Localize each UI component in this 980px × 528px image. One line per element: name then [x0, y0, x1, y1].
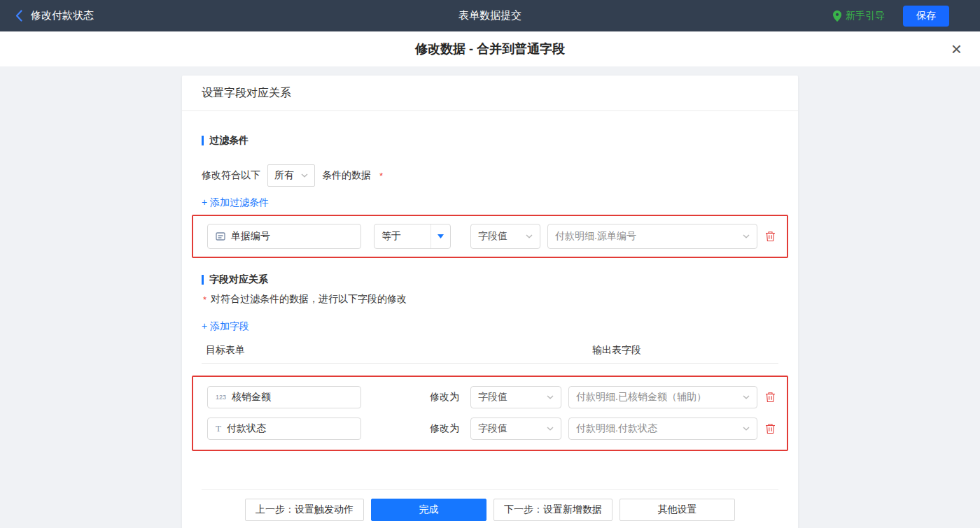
filter-field-label: 单据编号	[231, 230, 270, 243]
topbar: 修改付款状态 表单数据提交 新手引导 保存	[0, 0, 980, 31]
chevron-down-icon	[743, 395, 750, 399]
filter-conditions-group: 单据编号 等于 字段值 付	[192, 215, 788, 258]
trash-icon	[765, 231, 776, 242]
output-field-value: 付款明细.已核销金额（辅助）	[576, 391, 706, 404]
field-mapping-group: 123 核销金额 修改为 字段值 付款明细.已核销金额（辅助）	[192, 376, 788, 451]
panel-body: 过滤条件 修改符合以下 所有 条件的数据 * + 添加过滤条件	[182, 134, 798, 528]
number-field-icon: 123	[216, 394, 226, 401]
mapping-column-headers: 目标表单 输出表字段	[202, 344, 778, 364]
chevron-down-icon	[743, 234, 750, 238]
guide-link[interactable]: 新手引导	[833, 10, 885, 22]
chevron-down-icon	[301, 173, 308, 178]
match-mode-select[interactable]: 所有	[267, 164, 315, 187]
value-type-select[interactable]: 字段值	[470, 224, 540, 249]
modify-to-label: 修改为	[430, 391, 459, 404]
trash-icon	[765, 423, 776, 434]
modify-to-label: 修改为	[430, 422, 459, 435]
value-type-select[interactable]: 字段值	[470, 418, 561, 440]
close-icon[interactable]: ×	[951, 40, 962, 58]
mapping-description-row: * 对符合过滤条件的数据，进行以下字段的修改	[202, 293, 778, 307]
intro-suffix-label: 条件的数据	[322, 169, 371, 182]
topbar-actions: 新手引导 保存	[833, 6, 949, 27]
filter-section-label: 过滤条件	[209, 134, 248, 147]
target-field-selector[interactable]: 123 核销金额	[207, 386, 361, 408]
target-field-label: 核销金额	[232, 391, 271, 404]
output-field-select[interactable]: 付款明细.付款状态	[568, 418, 757, 440]
back-icon[interactable]	[15, 10, 22, 22]
operator-select[interactable]: 等于	[374, 224, 451, 249]
chevron-down-icon	[526, 234, 533, 238]
settings-panel: 设置字段对应关系 过滤条件 修改符合以下 所有 条件的数据 * + 添加过	[182, 76, 798, 528]
delete-filter-row-button[interactable]	[764, 229, 777, 243]
filter-field-selector[interactable]: 单据编号	[207, 224, 361, 249]
add-filter-condition-link[interactable]: + 添加过滤条件	[202, 195, 269, 209]
operator-value: 等于	[374, 224, 430, 248]
target-field-selector[interactable]: T 付款状态	[207, 418, 361, 440]
dialog-body: 设置字段对应关系 过滤条件 修改符合以下 所有 条件的数据 * + 添加过	[0, 66, 980, 528]
filter-section-title: 过滤条件	[202, 134, 778, 148]
chevron-down-icon	[743, 427, 750, 431]
chevron-down-icon	[547, 395, 554, 399]
section-bar-icon	[202, 136, 204, 145]
filter-value: 付款明细.源单编号	[555, 230, 636, 243]
text-field-icon: T	[216, 423, 221, 434]
caret-down-icon[interactable]	[430, 224, 450, 248]
output-field-column-header: 输出表字段	[592, 344, 641, 355]
other-settings-button[interactable]: 其他设置	[620, 499, 735, 521]
mapping-description: 对符合过滤条件的数据，进行以下字段的修改	[211, 293, 407, 306]
guide-label: 新手引导	[846, 10, 885, 22]
save-button[interactable]: 保存	[903, 6, 949, 27]
value-type-value: 字段值	[478, 230, 507, 243]
output-field-select[interactable]: 付款明细.已核销金额（辅助）	[568, 386, 757, 408]
section-bar-icon	[202, 275, 204, 285]
required-asterisk: *	[203, 294, 206, 305]
required-asterisk: *	[379, 171, 383, 181]
panel-footer: 上一步：设置触发动作 完成 下一步：设置新增数据 其他设置	[202, 489, 778, 528]
next-step-button[interactable]: 下一步：设置新增数据	[493, 499, 612, 521]
topbar-back-group[interactable]: 修改付款状态	[15, 9, 94, 22]
add-field-link[interactable]: + 添加字段	[202, 319, 249, 333]
match-mode-value: 所有	[274, 169, 294, 182]
value-type-select[interactable]: 字段值	[470, 386, 561, 408]
filter-condition-row: 单据编号 等于 字段值 付	[193, 216, 787, 257]
panel-title: 设置字段对应关系	[182, 76, 798, 111]
trash-icon	[765, 392, 776, 403]
dialog-title: 修改数据 - 合并到普通字段	[415, 41, 565, 57]
mapping-section-label: 字段对应关系	[209, 273, 268, 286]
delete-mapping-row-button[interactable]	[764, 390, 777, 404]
field-mapping-row: T 付款状态 修改为 字段值 付款明细.付款状态	[193, 418, 787, 440]
target-form-column-header: 目标表单	[206, 344, 589, 357]
location-pin-icon	[833, 10, 841, 22]
dialog-header: 修改数据 - 合并到普通字段 ×	[0, 31, 980, 66]
chevron-down-icon	[547, 427, 554, 431]
filter-intro-row: 修改符合以下 所有 条件的数据 *	[202, 164, 778, 187]
mapping-section-title: 字段对应关系	[202, 273, 778, 287]
field-mapping-row: 123 核销金额 修改为 字段值 付款明细.已核销金额（辅助）	[193, 386, 787, 408]
back-label[interactable]: 修改付款状态	[31, 9, 94, 22]
value-type-value: 字段值	[478, 422, 507, 435]
delete-mapping-row-button[interactable]	[764, 422, 777, 436]
output-field-value: 付款明细.付款状态	[576, 422, 657, 435]
filter-value-select[interactable]: 付款明细.源单编号	[547, 224, 757, 249]
done-button[interactable]: 完成	[371, 499, 486, 521]
form-field-icon	[216, 231, 225, 241]
target-field-label: 付款状态	[227, 422, 266, 435]
intro-prefix-label: 修改符合以下	[202, 169, 260, 182]
value-type-value: 字段值	[478, 391, 507, 404]
prev-step-button[interactable]: 上一步：设置触发动作	[245, 499, 364, 521]
